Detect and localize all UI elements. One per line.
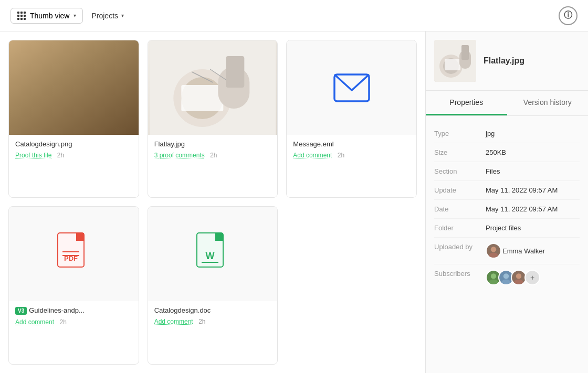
prop-size-value: 250KB	[486, 148, 506, 156]
prop-subscribers-value: +	[486, 270, 540, 285]
main-layout: Catalogdesign.png Proof this file 2h	[0, 31, 588, 373]
file-action-row: Add comment 2h	[293, 150, 410, 159]
svg-rect-10	[76, 233, 84, 241]
add-comment-link[interactable]: Add comment	[15, 318, 54, 326]
file-card-catalogdesign-png[interactable]: Catalogdesign.png Proof this file 2h	[8, 40, 139, 198]
prop-size: Size 250KB	[434, 143, 580, 162]
file-grid: Catalogdesign.png Proof this file 2h	[0, 31, 425, 373]
file-action-row: Add comment 2h	[15, 317, 132, 326]
v3-badge: V3	[15, 307, 27, 315]
panel-tabs: Properties Version history	[426, 91, 588, 116]
file-info: V3Guidelines-andp... Add comment 2h	[9, 301, 139, 332]
prop-uploaded-by: Uploaded by Emma Walker	[434, 238, 580, 264]
chevron-down-icon: ▾	[74, 13, 76, 18]
info-icon: ⓘ	[564, 10, 572, 21]
pdf-icon: PDF	[55, 232, 92, 276]
thumb-view-label: Thumb view	[30, 12, 69, 20]
prop-subscribers: Subscribers	[434, 264, 580, 291]
thumb-view-button[interactable]: Thumb view ▾	[10, 8, 83, 24]
file-card-flatlay-jpg[interactable]: Flatlay.jpg 3 proof comments 2h	[148, 40, 278, 198]
file-time: 2h	[338, 152, 344, 159]
file-info: Catalogdesign.png Proof this file 2h	[9, 135, 139, 165]
prop-uploaded-by-value: Emma Walker	[486, 243, 545, 259]
svg-rect-21	[445, 59, 460, 70]
prop-section-label: Section	[434, 167, 481, 175]
svg-point-28	[491, 273, 496, 279]
panel-preview: Flatlay.jpg	[426, 31, 588, 91]
info-button[interactable]: ⓘ	[559, 6, 578, 25]
tab-version-history[interactable]: Version history	[507, 91, 589, 115]
prop-subscribers-label: Subscribers	[434, 270, 481, 278]
svg-text:W: W	[205, 251, 214, 261]
prop-update-value: May 11, 2022 09:57 AM	[486, 186, 558, 194]
catalog-image	[9, 40, 139, 135]
prop-update: Update May 11, 2022 09:57 AM	[434, 181, 580, 200]
file-card-message-eml[interactable]: Message.eml Add comment 2h	[286, 40, 417, 198]
uploader-avatar	[486, 243, 501, 259]
header: Thumb view ▾ Projects ▾ ⓘ	[0, 0, 588, 31]
file-thumbnail-placeholder: W	[148, 207, 278, 301]
prop-update-label: Update	[434, 186, 481, 194]
prop-folder-label: Folder	[434, 224, 481, 232]
svg-point-34	[516, 273, 521, 279]
panel-thumb-image	[434, 40, 476, 82]
prop-type-value: jpg	[486, 130, 495, 137]
add-comment-link[interactable]: Add comment	[293, 152, 332, 159]
file-time: 2h	[210, 152, 217, 159]
file-name: V3Guidelines-andp...	[15, 306, 132, 315]
add-comment-link[interactable]: Add comment	[154, 318, 193, 325]
file-thumbnail-placeholder: PDF	[9, 207, 139, 301]
prop-date: Date May 11, 2022 09:57 AM	[434, 200, 580, 219]
prop-date-value: May 11, 2022 09:57 AM	[486, 205, 558, 213]
file-time: 2h	[57, 152, 64, 159]
projects-chevron-icon: ▾	[121, 13, 124, 18]
svg-rect-23	[461, 45, 469, 60]
file-thumbnail-placeholder	[287, 40, 416, 135]
file-thumbnail	[148, 40, 278, 135]
svg-point-31	[503, 273, 509, 279]
file-card-catalogdesign-doc[interactable]: W Catalogdesign.doc Add comment 2h	[148, 206, 278, 365]
prop-folder: Folder Project files	[434, 219, 580, 238]
word-icon: W	[194, 232, 231, 276]
svg-point-25	[491, 247, 496, 252]
tab-properties[interactable]: Properties	[426, 91, 507, 115]
proof-this-file-link[interactable]: Proof this file	[15, 152, 51, 159]
file-name: Catalogdesign.png	[15, 140, 132, 148]
prop-date-label: Date	[434, 205, 481, 213]
file-action-row: Add comment 2h	[154, 316, 271, 326]
add-subscriber-button[interactable]: +	[524, 270, 540, 285]
panel-filename: Flatlay.jpg	[484, 56, 524, 66]
file-card-guidelines-pdf[interactable]: PDF V3Guidelines-andp... Add comment 2h	[8, 206, 139, 365]
file-info: Catalogdesign.doc Add comment 2h	[148, 301, 278, 331]
prop-section: Section Files	[434, 162, 580, 181]
svg-rect-5	[226, 56, 244, 88]
file-name: Message.eml	[293, 140, 410, 148]
file-thumbnail	[9, 40, 139, 135]
uploader-name: Emma Walker	[502, 247, 545, 255]
file-info: Message.eml Add comment 2h	[287, 135, 416, 165]
projects-label: Projects	[91, 12, 118, 20]
svg-rect-3	[181, 85, 223, 111]
prop-type-label: Type	[434, 130, 481, 137]
grid-icon	[17, 12, 26, 20]
projects-button[interactable]: Projects ▾	[91, 12, 124, 20]
prop-size-label: Size	[434, 148, 481, 156]
file-name: Catalogdesign.doc	[154, 306, 271, 314]
file-time: 2h	[198, 318, 205, 325]
flatlay-image	[148, 40, 278, 135]
right-panel: Flatlay.jpg Properties Version history T…	[425, 31, 588, 373]
email-icon	[333, 73, 370, 102]
file-time: 2h	[60, 318, 67, 326]
file-action-row: Proof this file 2h	[15, 150, 132, 159]
file-info: Flatlay.jpg 3 proof comments 2h	[148, 135, 278, 165]
prop-type: Type jpg	[434, 124, 580, 143]
prop-section-value: Files	[486, 167, 500, 175]
header-left: Thumb view ▾ Projects ▾	[10, 8, 124, 24]
prop-folder-value: Project files	[486, 224, 521, 232]
proof-comments-link[interactable]: 3 proof comments	[154, 152, 205, 159]
subscribers-avatars: +	[486, 270, 540, 285]
panel-thumbnail	[434, 40, 476, 82]
properties-panel: Type jpg Size 250KB Section Files Update…	[426, 116, 588, 299]
prop-uploaded-by-label: Uploaded by	[434, 243, 481, 251]
file-action-row: 3 proof comments 2h	[154, 150, 271, 159]
